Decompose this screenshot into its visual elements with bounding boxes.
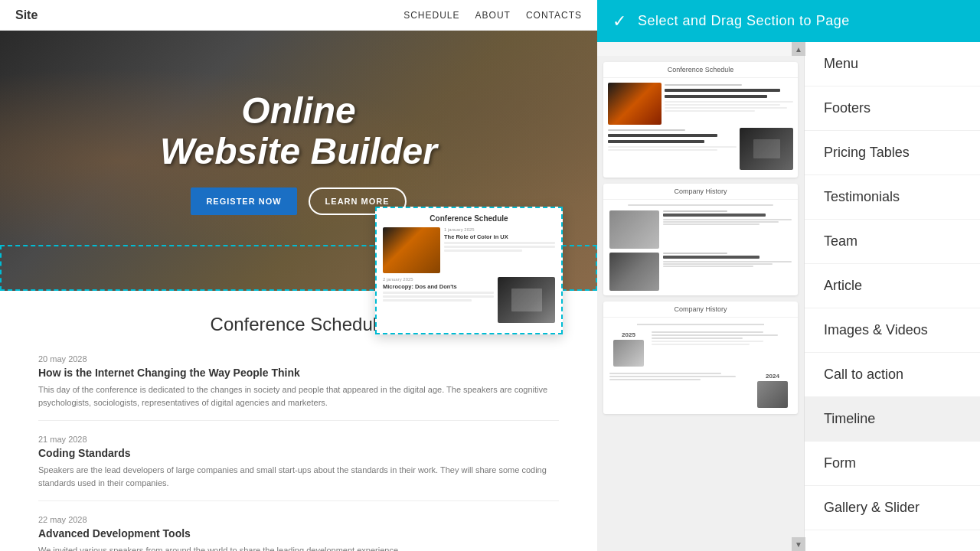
right-panel: ▲ Conference Schedule (597, 42, 980, 551)
scroll-up-button[interactable]: ▲ (792, 42, 805, 56)
thumb-title-company-2: Company History (603, 302, 798, 318)
schedule-date-0: 20 may 2028 (38, 354, 559, 364)
thumb-inner-conf (603, 78, 798, 178)
website-preview: Site SCHEDULE ABOUT CONTACTS Online Webs… (0, 0, 597, 551)
thumb-img-presentation (740, 128, 793, 170)
dp-image-1 (383, 227, 440, 273)
section-item-call-to-action[interactable]: Call to action (805, 353, 980, 397)
company-text-2 (663, 253, 792, 291)
schedule-item-2: 22 may 2028 Advanced Development Tools W… (38, 515, 559, 551)
section-item-pricing-tables[interactable]: Pricing Tables (805, 131, 980, 175)
section-item-gallery-slider[interactable]: Gallery & Slider (805, 486, 980, 530)
timeline-content-2 (609, 373, 750, 382)
section-item-testimonials[interactable]: Testimonials (805, 175, 980, 220)
company-row-2 (609, 253, 792, 291)
timeline-right-2: 2024 (753, 373, 792, 408)
dp-image-2 (498, 277, 555, 323)
timeline-content-1 (652, 331, 792, 345)
thumb-text-1 (665, 83, 793, 125)
schedule-item-title-2: Advanced Development Tools (38, 527, 559, 540)
register-button[interactable]: REGISTER NOW (191, 187, 296, 215)
thumbnails-column[interactable]: Conference Schedule (597, 56, 804, 551)
thumb-row-2 (608, 128, 793, 170)
dp-text-1: 1 january 2025 The Role of Color in UX (444, 227, 555, 273)
site-logo: Site (15, 8, 38, 22)
thumb-inner-company-2: 2025 (603, 318, 798, 414)
section-item-menu[interactable]: Menu (805, 42, 980, 86)
dp-body-2 (383, 292, 494, 302)
hero-title: Online Website Builder (160, 91, 437, 172)
section-item-team[interactable]: Team (805, 220, 980, 264)
dp-title-2: Microcopy: Dos and Don'ts (383, 283, 494, 290)
timeline-row-1: 2025 (609, 331, 792, 367)
section-item-form[interactable]: Form (805, 442, 980, 486)
timeline-row-2: 2024 (609, 373, 792, 408)
section-item-timeline[interactable]: Timeline (805, 397, 980, 442)
thumbnail-company-history-2[interactable]: Company History 2025 (603, 302, 798, 414)
drag-preview-card[interactable]: Conference Schedule 1 january 2025 The R… (375, 207, 563, 334)
schedule-item-body-1: Speakers are the lead developers of larg… (38, 464, 559, 489)
section-item-article[interactable]: Article (805, 264, 980, 308)
schedule-date-1: 21 may 2028 (38, 435, 559, 444)
section-item-images-videos[interactable]: Images & Videos (805, 308, 980, 353)
thumb-img-speaker (608, 83, 662, 125)
site-nav: SCHEDULE ABOUT CONTACTS (403, 10, 582, 21)
drag-preview-title: Conference Schedule (383, 214, 555, 223)
thumb-text-2 (608, 128, 737, 170)
thumb-title-company-1: Company History (603, 184, 798, 200)
schedule-item-title-0: How is the Internet Changing the Way Peo… (38, 367, 559, 379)
section-item-footers[interactable]: Footers (805, 86, 980, 131)
sections-list-inner: MenuFootersPricing TablesTestimonialsTea… (805, 42, 980, 530)
thumb-row-1 (608, 83, 793, 125)
schedule-item-body-0: This day of the conference is dedicated … (38, 383, 559, 409)
scroll-down-button[interactable]: ▼ (792, 537, 805, 551)
dp-date-2: 2 january 2025 (383, 277, 494, 282)
schedule-item-body-2: We invited various speakers from around … (38, 544, 559, 551)
nav-contacts[interactable]: CONTACTS (526, 10, 582, 21)
site-topbar: Site SCHEDULE ABOUT CONTACTS (0, 0, 597, 31)
drag-preview-row-2: 2 january 2025 Microcopy: Dos and Don'ts (383, 277, 555, 323)
company-text-1 (663, 210, 792, 249)
sections-list: MenuFootersPricing TablesTestimonialsTea… (804, 42, 980, 551)
dp-text-2: 2 january 2025 Microcopy: Dos and Don'ts (383, 277, 494, 323)
thumbnail-conference-schedule[interactable]: Conference Schedule (603, 62, 798, 178)
thumb-title-conf: Conference Schedule (603, 62, 798, 78)
schedule-item-0: 20 may 2028 How is the Internet Changing… (38, 354, 559, 421)
schedule-item-1: 21 may 2028 Coding Standards Speakers ar… (38, 435, 559, 501)
schedule-item-title-1: Coding Standards (38, 447, 559, 459)
drag-preview-row-1: 1 january 2025 The Role of Color in UX (383, 227, 555, 273)
schedule-date-2: 22 may 2028 (38, 515, 559, 524)
company-row-1 (609, 210, 792, 249)
dp-title-1: The Role of Color in UX (444, 233, 555, 240)
nav-schedule[interactable]: SCHEDULE (403, 10, 459, 21)
thumb-inner-company-1 (603, 200, 798, 295)
nav-about[interactable]: ABOUT (475, 10, 511, 21)
panel-title: Select and Drag Section to Page (638, 13, 850, 29)
thumbnail-company-history-1[interactable]: Company History (603, 184, 798, 295)
section-drag-header: ✓ Select and Drag Section to Page (597, 0, 980, 42)
dp-body-1 (444, 242, 555, 252)
timeline-left-1: 2025 (609, 331, 648, 367)
check-icon: ✓ (612, 11, 626, 31)
dp-date-1: 1 january 2025 (444, 227, 555, 232)
